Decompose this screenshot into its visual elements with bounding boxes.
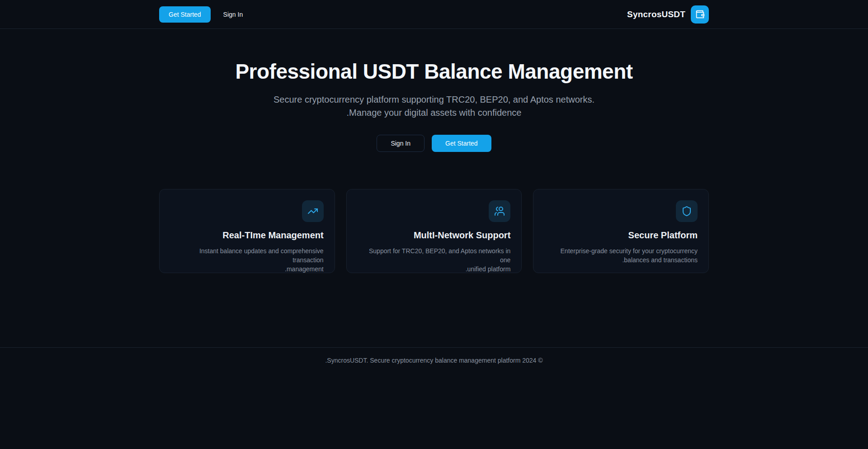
brand: SyncrosUSDT [627,5,709,24]
feature-icon-tile [676,200,698,222]
header-get-started-button[interactable]: Get Started [159,6,211,23]
brand-logo[interactable] [691,5,709,24]
footer: .SyncrosUSDT. Secure cryptocurrency bala… [0,347,868,418]
header-sign-in-link[interactable]: Sign In [223,11,243,18]
hero-actions: Sign In Get Started [159,135,709,152]
feature-title: MultI-Network Support [358,230,511,241]
brand-name: SyncrosUSDT [627,9,685,19]
users-icon [494,206,505,217]
hero-subtitle-line-2: .Manage your digital assets with confide… [159,106,709,119]
features-section: Real-TIme Management Instant balance upd… [159,189,709,273]
feature-description: Enterprise-grade security for your crypt… [544,246,698,265]
main-content: Professional USDT Balance Management Sec… [159,29,709,273]
wallet-icon [695,9,705,19]
feature-card-multi-network-support: MultI-Network Support Support for TRC20,… [346,189,522,273]
page-title: Professional USDT Balance Management [159,59,709,84]
hero-subtitle: Secure cryptocurrency platform supportin… [159,93,709,119]
feature-title: Secure Platform [544,230,698,241]
header-nav: Get Started Sign In [159,6,243,23]
feature-description-line-1: Support for TRC20, BEP20, and Aptos netw… [358,246,511,265]
hero-sign-in-button[interactable]: Sign In [377,135,425,152]
shield-icon [681,206,692,217]
feature-icon-tile [489,200,510,222]
feature-title: Real-TIme Management [170,230,324,241]
hero-subtitle-line-1: Secure cryptocurrency platform supportin… [159,93,709,106]
feature-description-line-2: .management [170,265,324,274]
header: Get Started Sign In SyncrosUSDT [0,0,868,29]
feature-description-line-1: Enterprise-grade security for your crypt… [544,246,698,255]
feature-description-line-2: .balances and transactions [544,255,698,265]
feature-description-line-1: Instant balance updates and comprehensiv… [170,246,324,265]
feature-card-secure-platform: Secure Platform Enterprise-grade securit… [533,189,709,273]
feature-card-realtime-management: Real-TIme Management Instant balance upd… [159,189,335,273]
hero-get-started-button[interactable]: Get Started [432,135,491,152]
feature-description-line-2: .unified platform [358,265,511,274]
feature-icon-tile [302,200,324,222]
hero-section: Professional USDT Balance Management Sec… [159,29,709,152]
feature-description: Support for TRC20, BEP20, and Aptos netw… [358,246,511,274]
trending-up-icon [307,206,318,217]
footer-copyright: .SyncrosUSDT. Secure cryptocurrency bala… [0,357,868,364]
feature-description: Instant balance updates and comprehensiv… [170,246,324,274]
